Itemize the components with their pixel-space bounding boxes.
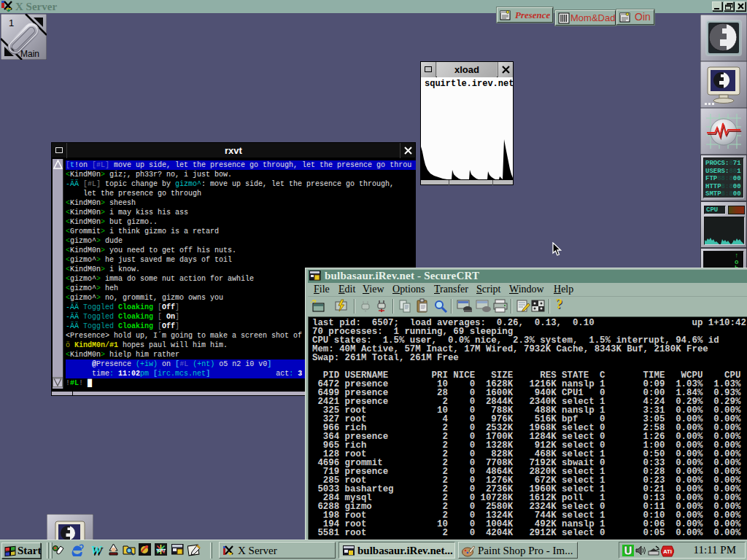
svg-text:Main: Main bbox=[20, 49, 39, 59]
svg-text:ATi: ATi bbox=[663, 548, 672, 555]
svg-text:1: 1 bbox=[9, 18, 14, 28]
svg-text:KPT: KPT bbox=[157, 548, 166, 553]
